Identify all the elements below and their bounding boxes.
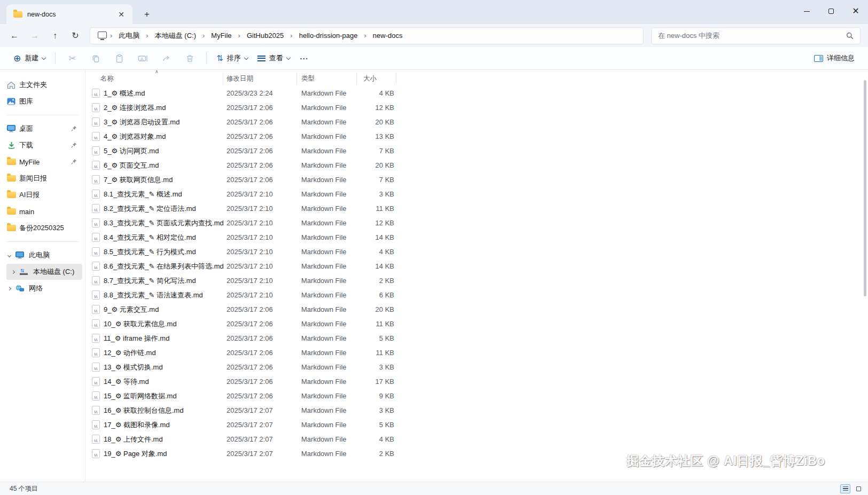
- file-row[interactable]: 8.5_查找元素_✎ 行为模式.md 2025/3/17 2:10 Markdo…: [85, 245, 868, 259]
- file-name: 8.8_查找元素_✎ 语法速查表.md: [104, 290, 203, 300]
- sidebar-divider: [6, 115, 79, 115]
- close-button[interactable]: ✕: [843, 0, 868, 22]
- file-row[interactable]: 5_⚙ 访问网页.md 2025/3/17 2:06 Markdown File…: [85, 144, 868, 158]
- chevron-right-icon: ›: [288, 32, 294, 40]
- details-pane-button[interactable]: 详细信息: [809, 50, 859, 66]
- more-button[interactable]: ⋯: [295, 50, 314, 67]
- file-row[interactable]: 6_⚙ 页面交互.md 2025/3/17 2:06 Markdown File…: [85, 158, 868, 172]
- sidebar-item-network[interactable]: 网络: [3, 280, 82, 296]
- delete-button[interactable]: [182, 50, 198, 66]
- file-row[interactable]: 12_⚙ 动作链.md 2025/3/17 2:06 Markdown File…: [85, 345, 868, 360]
- file-row[interactable]: 14_⚙ 等待.md 2025/3/17 2:06 Markdown File …: [85, 374, 868, 389]
- share-button[interactable]: [158, 50, 174, 66]
- breadcrumb-item[interactable]: MyFile: [207, 29, 236, 42]
- file-row[interactable]: 8.3_查找元素_✎ 页面或元素内查找.md 2025/3/17 2:10 Ma…: [85, 216, 868, 230]
- sidebar-item-main[interactable]: main: [3, 203, 82, 219]
- breadcrumb-item[interactable]: hello-drission-page: [295, 29, 362, 42]
- file-size: 20 KB: [357, 161, 396, 169]
- copy-icon: [91, 54, 100, 63]
- file-modified-date: 2025/3/17 2:06: [223, 147, 297, 155]
- sidebar-item-ai-daily[interactable]: AI日报: [3, 187, 82, 203]
- network-icon: [15, 285, 24, 292]
- forward-button[interactable]: →: [26, 27, 44, 44]
- file-row[interactable]: 8.6_查找元素_✎ 在结果列表中筛选.md 2025/3/17 2:10 Ma…: [85, 259, 868, 273]
- sidebar-item-label: 桌面: [19, 124, 33, 133]
- sidebar-item-backup[interactable]: 备份20250325: [3, 220, 82, 236]
- paste-button[interactable]: [111, 50, 127, 66]
- file-row[interactable]: 13_⚙ 模式切换.md 2025/3/17 2:06 Markdown Fil…: [85, 360, 868, 374]
- cut-button[interactable]: ✂: [64, 50, 80, 66]
- file-row[interactable]: 8.4_查找元素_✎ 相对定位.md 2025/3/17 2:10 Markdo…: [85, 230, 868, 245]
- file-modified-date: 2025/3/17 2:07: [223, 421, 297, 429]
- explorer-tab[interactable]: new-docs ✕: [6, 4, 132, 24]
- sidebar-item-desktop[interactable]: 桌面: [3, 121, 82, 137]
- search-input[interactable]: [658, 32, 846, 40]
- home-icon: [7, 81, 15, 89]
- details-view-toggle[interactable]: [840, 484, 850, 493]
- file-row[interactable]: 15_⚙ 监听网络数据.md 2025/3/17 2:06 Markdown F…: [85, 389, 868, 403]
- file-name: 9_⚙ 元素交互.md: [104, 305, 159, 315]
- sidebar-item-downloads[interactable]: 下载: [3, 137, 82, 153]
- sidebar-item-local-disk[interactable]: 本地磁盘 (C:): [6, 264, 82, 280]
- file-name: 3_⚙ 浏览器启动设置.md: [104, 117, 179, 127]
- file-row[interactable]: 4_⚙ 浏览器对象.md 2025/3/17 2:06 Markdown Fil…: [85, 129, 868, 144]
- file-row[interactable]: 7_⚙ 获取网页信息.md 2025/3/17 2:06 Markdown Fi…: [85, 172, 868, 187]
- breadcrumb-item[interactable]: GitHub2025: [243, 29, 288, 42]
- column-header-name[interactable]: 名称: [85, 73, 223, 84]
- file-row[interactable]: 8.1_查找元素_✎ 概述.md 2025/3/17 2:10 Markdown…: [85, 187, 868, 201]
- sidebar-item-this-pc[interactable]: 此电脑: [3, 247, 82, 263]
- column-header-type[interactable]: 类型: [297, 73, 357, 84]
- sidebar-item-news-daily[interactable]: 新闻日报: [3, 170, 82, 186]
- search-box[interactable]: [651, 27, 861, 44]
- file-row[interactable]: 2_⚙ 连接浏览器.md 2025/3/17 2:06 Markdown Fil…: [85, 100, 868, 115]
- sort-button[interactable]: ⇅ 排序: [212, 50, 253, 66]
- file-row[interactable]: 8.8_查找元素_✎ 语法速查表.md 2025/3/17 2:10 Markd…: [85, 288, 868, 302]
- back-button[interactable]: ←: [5, 27, 24, 44]
- file-type: Markdown File: [297, 89, 357, 97]
- file-row[interactable]: 1_⚙ 概述.md 2025/3/23 2:24 Markdown File 4…: [85, 86, 868, 100]
- new-button[interactable]: ⊕ 新建: [9, 50, 50, 66]
- file-type: Markdown File: [297, 190, 357, 198]
- vertical-scrollbar[interactable]: [864, 80, 866, 296]
- file-row[interactable]: 9_⚙ 元素交互.md 2025/3/17 2:06 Markdown File…: [85, 302, 868, 317]
- sidebar-item-home[interactable]: 主文件夹: [3, 77, 82, 93]
- file-row[interactable]: 8.2_查找元素_✎ 定位语法.md 2025/3/17 2:10 Markdo…: [85, 201, 868, 216]
- file-row[interactable]: 10_⚙ 获取元素信息.md 2025/3/17 2:06 Markdown F…: [85, 317, 868, 331]
- sidebar-item-myfile[interactable]: MyFile: [3, 154, 82, 170]
- file-row[interactable]: 16_⚙ 获取控制台信息.md 2025/3/17 2:07 Markdown …: [85, 403, 868, 418]
- file-name: 8.3_查找元素_✎ 页面或元素内查找.md: [104, 218, 224, 228]
- file-list-pane: ∧ 名称 修改日期 类型 大小 1_⚙ 概述.md 2025/3/23 2:24…: [85, 70, 868, 482]
- breadcrumb-item[interactable]: 此电脑: [114, 29, 144, 43]
- file-type: Markdown File: [297, 118, 357, 126]
- chevron-right-icon: [11, 270, 15, 273]
- sidebar-item-gallery[interactable]: 图库: [3, 93, 82, 109]
- breadcrumb-item[interactable]: 本地磁盘 (C:): [151, 29, 200, 43]
- file-row[interactable]: 11_⚙ iframe 操作.md 2025/3/17 2:06 Markdow…: [85, 331, 868, 345]
- copy-button[interactable]: [88, 50, 104, 66]
- maximize-button[interactable]: [819, 0, 843, 22]
- minimize-button[interactable]: [794, 0, 819, 22]
- file-type: Markdown File: [297, 277, 357, 285]
- icons-view-toggle[interactable]: [854, 484, 864, 493]
- breadcrumb-item[interactable]: new-docs: [369, 29, 407, 42]
- tab-close-icon[interactable]: ✕: [115, 9, 127, 20]
- desktop-icon: [7, 125, 15, 132]
- view-button[interactable]: 查看: [253, 50, 295, 66]
- file-row[interactable]: 3_⚙ 浏览器启动设置.md 2025/3/17 2:06 Markdown F…: [85, 115, 868, 129]
- refresh-button[interactable]: ↻: [66, 27, 84, 44]
- file-row[interactable]: 18_⚙ 上传文件.md 2025/3/17 2:07 Markdown Fil…: [85, 432, 868, 446]
- clipboard-icon: [115, 54, 124, 63]
- file-name: 10_⚙ 获取元素信息.md: [104, 319, 177, 329]
- sort-button-label: 排序: [227, 53, 241, 63]
- file-row[interactable]: 8.7_查找元素_✎ 简化写法.md 2025/3/17 2:10 Markdo…: [85, 273, 868, 288]
- column-header-date[interactable]: 修改日期: [223, 73, 297, 84]
- new-tab-button[interactable]: +: [140, 7, 154, 21]
- file-row[interactable]: 17_⚙ 截图和录像.md 2025/3/17 2:07 Markdown Fi…: [85, 418, 868, 432]
- up-button[interactable]: ↑: [46, 27, 64, 44]
- file-type: Markdown File: [297, 349, 357, 357]
- rename-button[interactable]: A: [135, 50, 151, 66]
- file-name: 18_⚙ 上传文件.md: [104, 435, 163, 444]
- file-row[interactable]: 19_⚙ Page 对象.md 2025/3/17 2:07 Markdown …: [85, 446, 868, 461]
- column-header-size[interactable]: 大小: [357, 73, 396, 84]
- file-type: Markdown File: [297, 421, 357, 429]
